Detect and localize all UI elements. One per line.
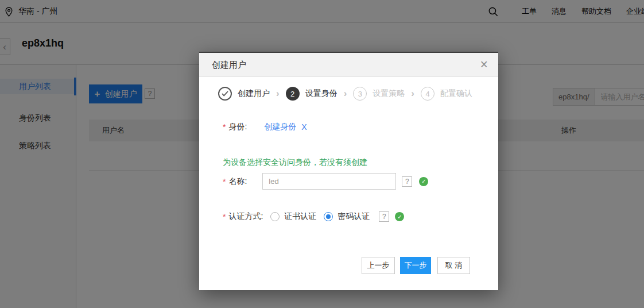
close-icon[interactable]: × (480, 57, 488, 73)
step-separator-icon: › (344, 88, 347, 99)
step-3-number: 3 (353, 87, 367, 101)
step-2-number: 2 (286, 87, 300, 101)
step-1-check-icon (218, 87, 232, 101)
valid-check-icon: ✓ (395, 212, 404, 221)
radio-selected-icon (324, 212, 333, 221)
remove-identity-icon[interactable]: X (301, 122, 307, 132)
create-identity-link[interactable]: 创建身份 (264, 122, 296, 132)
modal-header: 创建用户 × (199, 53, 498, 77)
identity-field-row: * 身份: 创建身份 X (223, 122, 307, 132)
identity-label: 身份: (228, 122, 247, 132)
radio-unselected-icon (270, 212, 280, 221)
required-asterisk: * (223, 212, 226, 221)
auth-method-row: * 认证方式: 证书认证 密码认证 ? ✓ (223, 211, 404, 222)
step-4-confirm-config: 4 配置确认 (421, 87, 472, 101)
name-label: 名称: (228, 176, 247, 187)
identity-hint-text: 为设备选择安全访问身份，若没有须创建 (223, 157, 367, 168)
prev-step-button[interactable]: 上一步 (362, 257, 395, 274)
step-2-set-identity: 2 设置身份 (286, 87, 337, 101)
step-3-set-policy: 3 设置策略 (353, 87, 405, 101)
step-1-label: 创建用户 (238, 88, 270, 99)
step-4-number: 4 (421, 87, 434, 101)
radio-certificate-auth[interactable]: 证书认证 (270, 211, 316, 222)
step-separator-icon: › (411, 88, 414, 99)
cancel-button[interactable]: 取 消 (437, 257, 470, 274)
radio-password-auth[interactable]: 密码认证 (324, 211, 370, 222)
create-user-modal: 创建用户 × 创建用户 › 2 设置身份 › 3 设置策略 › 4 (199, 52, 498, 290)
valid-check-icon: ✓ (419, 177, 428, 186)
help-icon[interactable]: ? (379, 211, 389, 222)
modal-title: 创建用户 (212, 60, 246, 71)
screen: 华南 - 广州 工单 消息 帮助文档 企业组织 ‹ ep8x1hq 用户列表 身… (0, 0, 644, 308)
step-wizard: 创建用户 › 2 设置身份 › 3 设置策略 › 4 配置确认 (218, 87, 472, 101)
required-asterisk: * (223, 177, 226, 186)
step-3-label: 设置策略 (373, 88, 405, 99)
step-2-label: 设置身份 (305, 88, 337, 99)
required-asterisk: * (223, 122, 226, 132)
step-1-create-user: 创建用户 (218, 87, 270, 101)
name-input[interactable] (262, 173, 396, 190)
auth-method-label: 认证方式: (228, 211, 263, 222)
next-step-button[interactable]: 下一步 (400, 257, 431, 274)
password-auth-label: 密码认证 (337, 211, 370, 222)
step-separator-icon: › (276, 88, 280, 99)
help-icon[interactable]: ? (402, 176, 412, 187)
step-4-label: 配置确认 (440, 88, 472, 99)
certificate-auth-label: 证书认证 (284, 211, 316, 222)
name-field-row: * 名称: ? ✓ (223, 173, 428, 190)
